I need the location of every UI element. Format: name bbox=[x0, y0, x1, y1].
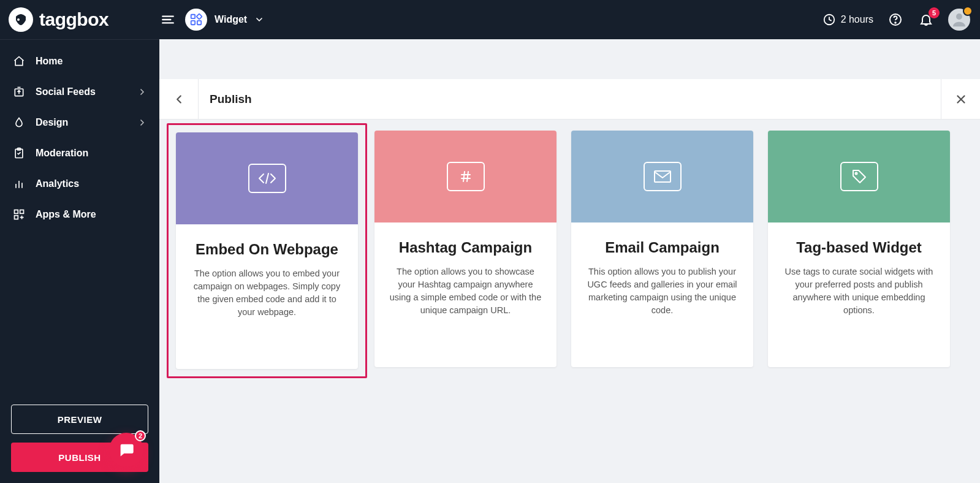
menu-toggle-icon[interactable] bbox=[159, 11, 177, 28]
chevron-left-icon bbox=[172, 93, 186, 106]
sidebar: Home Social Feeds Design Moderation Anal… bbox=[0, 39, 159, 483]
chat-button[interactable]: 2 bbox=[109, 433, 143, 467]
sidebar-item-apps[interactable]: Apps & More bbox=[0, 199, 159, 230]
card-desc: The option allows you to showcase your H… bbox=[388, 265, 543, 317]
subheader: Publish bbox=[159, 79, 980, 120]
hash-icon bbox=[447, 162, 485, 191]
widget-icon bbox=[185, 9, 207, 31]
svg-line-26 bbox=[467, 172, 468, 181]
sidebar-nav: Home Social Feeds Design Moderation Anal… bbox=[0, 40, 159, 236]
sidebar-item-label: Moderation bbox=[36, 148, 88, 159]
sidebar-item-analytics[interactable]: Analytics bbox=[0, 169, 159, 199]
card-body: Hashtag Campaign The option allows you t… bbox=[374, 222, 556, 330]
card-desc: Use tags to curate social widgets with y… bbox=[781, 265, 936, 317]
sidebar-item-design[interactable]: Design bbox=[0, 107, 159, 138]
mail-icon bbox=[644, 162, 682, 191]
sidebar-item-label: Apps & More bbox=[36, 209, 96, 220]
card-title: Hashtag Campaign bbox=[388, 238, 543, 257]
topbar-right: 2 hours 5 bbox=[822, 9, 970, 31]
sidebar-item-social-feeds[interactable]: Social Feeds bbox=[0, 77, 159, 107]
home-icon bbox=[12, 55, 26, 68]
highlighted-card-wrap: Embed On Webpage The option allows you t… bbox=[167, 123, 367, 378]
card-hero bbox=[768, 131, 950, 222]
chevron-right-icon bbox=[137, 118, 147, 127]
help-icon[interactable] bbox=[887, 11, 904, 28]
topbar-left: Widget bbox=[159, 9, 264, 31]
card-body: Email Campaign This option allows you to… bbox=[571, 222, 753, 330]
page-title: Publish bbox=[199, 93, 252, 106]
card-desc: This option allows you to publish your U… bbox=[585, 265, 740, 317]
sidebar-item-label: Social Feeds bbox=[36, 86, 96, 97]
chevron-down-icon bbox=[254, 15, 264, 25]
card-hero bbox=[374, 131, 556, 222]
chat-badge: 2 bbox=[135, 430, 146, 441]
logo[interactable]: taggbox bbox=[0, 0, 159, 39]
card-hashtag-campaign[interactable]: Hashtag Campaign The option allows you t… bbox=[374, 131, 556, 367]
upload-icon bbox=[12, 85, 26, 99]
svg-rect-19 bbox=[15, 216, 18, 219]
avatar-star-icon bbox=[963, 6, 973, 16]
card-body: Embed On Webpage The option allows you t… bbox=[176, 224, 358, 332]
chevron-right-icon bbox=[137, 87, 147, 97]
bars-icon bbox=[12, 177, 26, 191]
tag-icon bbox=[840, 162, 878, 191]
time-label: 2 hours bbox=[841, 14, 873, 25]
card-embed-webpage[interactable]: Embed On Webpage The option allows you t… bbox=[176, 132, 358, 369]
notification-badge: 5 bbox=[929, 7, 940, 18]
svg-rect-17 bbox=[15, 210, 18, 214]
svg-rect-18 bbox=[20, 210, 24, 214]
close-button[interactable] bbox=[941, 79, 980, 119]
sidebar-item-label: Home bbox=[36, 56, 63, 67]
svg-point-9 bbox=[895, 22, 896, 23]
svg-rect-27 bbox=[655, 171, 670, 182]
card-title: Email Campaign bbox=[585, 238, 740, 257]
chat-icon bbox=[118, 441, 135, 458]
svg-rect-4 bbox=[191, 21, 195, 25]
publish-cards: Embed On Webpage The option allows you t… bbox=[159, 120, 980, 382]
apps-icon bbox=[12, 208, 26, 221]
sidebar-item-home[interactable]: Home bbox=[0, 46, 159, 77]
card-hero bbox=[571, 131, 753, 222]
time-remaining[interactable]: 2 hours bbox=[822, 13, 873, 26]
svg-point-28 bbox=[855, 173, 857, 175]
svg-point-10 bbox=[956, 13, 962, 20]
sidebar-item-label: Analytics bbox=[36, 178, 79, 189]
card-title: Tag-based Widget bbox=[781, 238, 936, 257]
drop-icon bbox=[12, 116, 26, 129]
clipboard-icon bbox=[12, 146, 26, 160]
widget-dropdown[interactable]: Widget bbox=[185, 9, 264, 31]
widget-label: Widget bbox=[215, 14, 247, 25]
card-desc: The option allows you to embed your camp… bbox=[189, 267, 344, 319]
svg-line-22 bbox=[266, 173, 268, 183]
svg-rect-6 bbox=[197, 13, 202, 19]
close-icon bbox=[954, 93, 968, 106]
sidebar-item-label: Design bbox=[36, 117, 68, 128]
logo-text: taggbox bbox=[39, 9, 108, 30]
avatar[interactable] bbox=[948, 9, 970, 31]
card-body: Tag-based Widget Use tags to curate soci… bbox=[768, 222, 950, 330]
logo-icon bbox=[9, 7, 33, 32]
preview-button[interactable]: PREVIEW bbox=[11, 405, 148, 434]
topbar: taggbox Widget 2 hours 5 bbox=[0, 0, 980, 39]
main: Publish Embed On Webpage The option allo… bbox=[159, 79, 980, 483]
card-email-campaign[interactable]: Email Campaign This option allows you to… bbox=[571, 131, 753, 367]
card-hero bbox=[176, 132, 358, 224]
svg-line-25 bbox=[463, 172, 465, 181]
card-title: Embed On Webpage bbox=[189, 240, 344, 259]
code-icon bbox=[248, 164, 286, 193]
card-tag-widget[interactable]: Tag-based Widget Use tags to curate soci… bbox=[768, 131, 950, 367]
svg-rect-5 bbox=[197, 21, 201, 25]
notifications-icon[interactable]: 5 bbox=[917, 11, 935, 28]
svg-rect-3 bbox=[191, 15, 195, 18]
back-button[interactable] bbox=[159, 79, 199, 119]
sidebar-item-moderation[interactable]: Moderation bbox=[0, 138, 159, 169]
